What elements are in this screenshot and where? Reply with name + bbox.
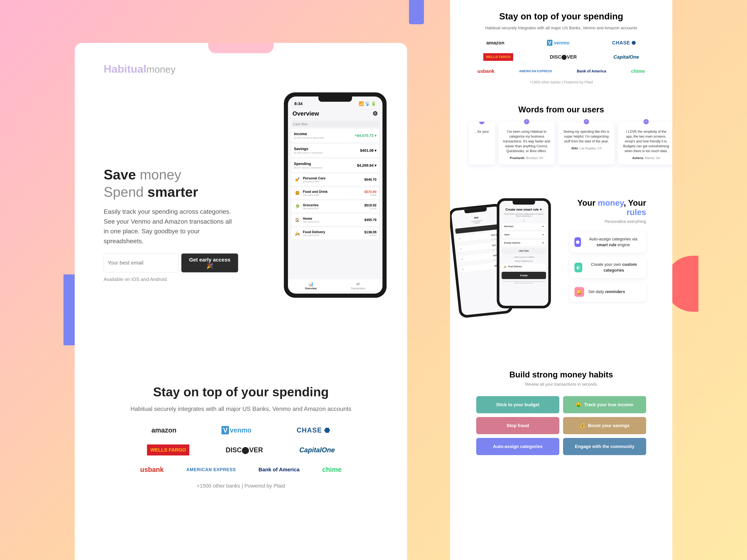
tab-overview[interactable]: 📊Overview [305, 282, 316, 290]
hero-desc: Easily track your spending across catego… [104, 207, 238, 246]
testimonial-row[interactable]: ❝...for your❝I've been using Habitual to… [465, 122, 658, 165]
rules-section: iew Auto-assignedt Rules! ··· —$18.19 De… [465, 198, 658, 329]
cashflow-row[interactable]: Savings$1,960 saved in December$401.08 ▾ [291, 144, 379, 157]
rule-field-match[interactable]: Exactly matches▾ [501, 239, 546, 246]
cashflow-label: Cash flow [291, 121, 379, 127]
rule-field-name[interactable]: name▾ [501, 231, 546, 238]
brand-amex: AMERICAN EXPRESS [186, 467, 236, 472]
r-brand-bofa: Bank of America [577, 69, 606, 73]
category-row[interactable]: 🍔Food and DrinkHas spend $460$570.90of $… [291, 187, 379, 199]
phone-time: 8:34 [294, 101, 303, 106]
rules-text: Your money, Your rules Personalize every… [566, 198, 646, 329]
brand-logo: Habitualmoney [104, 62, 176, 75]
brand-name: Habitual [104, 63, 147, 75]
cashflow-row[interactable]: Income$7,545 earned in December+$4,670.7… [291, 129, 379, 142]
r-brand-chime: chime [631, 68, 645, 74]
category-row[interactable]: 🥬GroceriesHas spend $337$519.92of $750 [291, 201, 379, 212]
chart-icon: 📊 [305, 282, 316, 287]
overview-header: Overview ⚙ [291, 108, 379, 121]
tab-transactions[interactable]: ⇄Transactions [351, 282, 365, 290]
habit-button[interactable]: 🤑Track your true income [563, 396, 646, 413]
brand-usbank: usbank [140, 466, 164, 474]
r-brand-usbank: usbank [477, 68, 494, 74]
habit-button[interactable]: Stick to your budget [476, 396, 559, 413]
hero-section: Save money Spend smarter Easily track yo… [104, 166, 238, 282]
brand-capitalone: CapitalOne [299, 446, 335, 454]
testimonial-card: ❝...for your [469, 122, 495, 165]
swap-icon: ⇄ [351, 282, 365, 287]
spending-section: Stay on top of your spending Habitual se… [75, 384, 407, 489]
r-spending-title: Stay on top of your spending [465, 11, 658, 22]
phone-notch [318, 97, 352, 102]
r-spending-sub: Habitual securely integrates with all ma… [465, 25, 658, 31]
r-spending-section: Stay on top of your spending Habitual se… [450, 0, 672, 455]
overview-title: Overview [292, 110, 319, 117]
email-row: Get early access 🎉 [104, 254, 238, 272]
cta-button[interactable]: Get early access 🎉 [181, 254, 238, 272]
spending-sub: Habitual securely integrates with all ma… [75, 404, 407, 413]
phone-tabbar: 📊Overview ⇄Transactions [288, 279, 383, 291]
page-notch [208, 43, 274, 53]
gear-icon[interactable]: ⚙ [372, 110, 378, 117]
r-brand-venmo: V venmo [547, 40, 569, 46]
habit-button[interactable]: Auto-assign categories [476, 438, 559, 455]
r-brand-wells: WELLS FARGO [483, 53, 513, 61]
brand-chime: chime [322, 466, 341, 474]
rules-subtitle: Personalize everything [570, 219, 646, 224]
email-input[interactable] [104, 254, 178, 272]
rule-footer: This smart rule will apply to the follow… [501, 281, 546, 284]
habit-button[interactable]: 💰Boost your savings [563, 417, 646, 434]
availability-text: Available on iOS and Android [104, 276, 238, 282]
page-left-panel: Habitualmoney Save money Spend smarter E… [75, 43, 407, 560]
phone-mockup: 8:34 📶 📡 🔋 Overview ⚙ Cash flow Income$7… [284, 92, 387, 298]
testimonial-card: ❝I LOVE the simplicity of the app, the t… [618, 122, 672, 165]
habit-button[interactable]: Engage with the community [563, 438, 646, 455]
brand-chase: CHASE ⬣ [297, 426, 330, 434]
rule-field-merchant[interactable]: Merchant▾ [501, 223, 546, 230]
brand-grid: amazon Vvenmo CHASE ⬣ WELLS FARGO DISC⬤V… [129, 426, 353, 474]
brand-suffix: money [147, 64, 176, 75]
r-brand-amex: AMERICAN EXPRESS [519, 70, 552, 73]
rules-phones: iew Auto-assignedt Rules! ··· —$18.19 De… [465, 198, 566, 329]
rule-feature-card[interactable]: ◐Create your own custom categories [570, 257, 646, 278]
r-words-title: Words from our users [465, 105, 658, 114]
brand-discover: DISC⬤VER [226, 446, 263, 454]
status-icons: 📶 📡 🔋 [359, 101, 376, 106]
habit-button[interactable]: Stop fraud [476, 417, 559, 434]
r-brand-amazon: amazon [486, 40, 505, 46]
brand-amazon: amazon [151, 426, 177, 434]
rule-phone-sub: Smart Rules automate categorization for … [501, 213, 546, 217]
r-brand-chase: CHASE ⬣ [612, 40, 636, 46]
rule-category[interactable]: 🛵Food Delivery [501, 263, 546, 270]
testimonial-card: ❝Seeing my spending like this is super h… [558, 122, 614, 165]
brand-venmo: Vvenmo [222, 426, 251, 434]
feature-icon: ◐ [574, 263, 582, 272]
category-row[interactable]: 🛵Food DeliveryHas spend $198$138.09of $7… [291, 228, 379, 239]
rule-feature-card[interactable]: ⬢Auto-assign categories via smart rule e… [570, 232, 646, 253]
rule-phone-title: Create new smart rule ✦ [501, 208, 546, 212]
rule-feature-card[interactable]: 🔔Set daily reminders [570, 282, 646, 302]
r-brand-discover: DISC⬤VER [550, 54, 577, 60]
rule-value[interactable]: Uber Eats [501, 248, 546, 254]
r-brand-grid: amazon V venmo CHASE ⬣ WELLS FARGO DISC⬤… [465, 40, 658, 74]
testimonial-card: ❝I've been using Habitual to categorize … [499, 122, 555, 165]
rule-create-button[interactable]: Create [501, 272, 546, 279]
cashflow-row[interactable]: Spending$5,577 spent in December$4,269.6… [291, 159, 379, 172]
category-row[interactable]: 💅Personal CareHas spend $203$640.70 [291, 174, 379, 186]
hero-heading: Save money Spend smarter [104, 166, 238, 201]
habits-grid: Stick to your budget🤑Track your true inc… [476, 396, 646, 455]
feature-icon: ⬢ [574, 237, 581, 247]
brand-bofa: Bank of America [258, 467, 300, 473]
category-row[interactable]: 🏠HomeHas spend $275$455.79 [291, 214, 379, 226]
habits-title: Build strong money habits [476, 370, 646, 379]
r-brand-cap1: CapitalOne [614, 54, 639, 60]
spending-title: Stay on top of your spending [75, 384, 407, 399]
rules-title: Your money, Your rules [570, 198, 646, 217]
decor-purple-top [409, 0, 424, 24]
rule-add-condition[interactable]: + Add second condition [501, 256, 546, 258]
brand-wellsfargo: WELLS FARGO [147, 445, 189, 455]
page-right-panel: Stay on top of your spending Habitual se… [450, 0, 672, 560]
feature-icon: 🔔 [574, 287, 584, 297]
habits-sub: Review all your transactions in seconds [476, 382, 646, 387]
rules-cards: ⬢Auto-assign categories via smart rule e… [570, 232, 646, 301]
